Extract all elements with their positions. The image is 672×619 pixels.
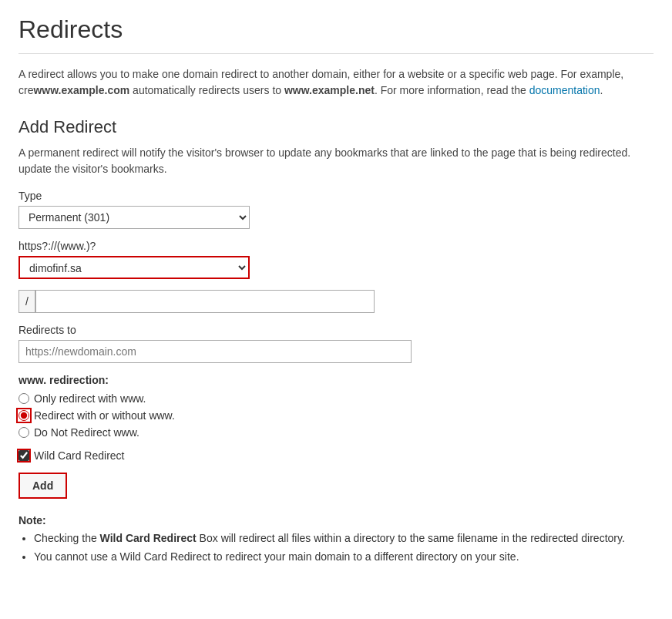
wildcard-checkbox[interactable] xyxy=(18,450,29,461)
page-description: A redirect allows you to make one domain… xyxy=(18,66,654,99)
note-item-2: You cannot use a Wild Card Redirect to r… xyxy=(34,548,654,565)
radio-only-www-label: Only redirect with www. xyxy=(34,392,146,405)
desc-text2: automatically redirects users to xyxy=(129,84,284,96)
www-section: www. redirection: Only redirect with www… xyxy=(18,374,654,439)
note-item-1: Checking the Wild Card Redirect Box will… xyxy=(34,530,654,547)
redirects-to-group: Redirects to xyxy=(18,324,654,363)
slash-separator: / xyxy=(18,290,35,313)
note-title: Note: xyxy=(18,514,654,526)
type-select[interactable]: Permanent (301) Temporary (302) xyxy=(18,206,250,229)
desc-text4: . xyxy=(600,84,603,96)
www-section-label: www. redirection: xyxy=(18,374,654,386)
radio-only-www-input[interactable] xyxy=(18,393,29,404)
path-input[interactable] xyxy=(35,290,375,313)
note-wildcard-bold: Wild Card Redirect xyxy=(100,532,197,544)
add-redirect-heading: Add Redirect xyxy=(18,117,654,137)
redirects-to-input[interactable] xyxy=(18,340,412,363)
wildcard-label: Wild Card Redirect xyxy=(34,449,124,462)
radio-do-not[interactable]: Do Not Redirect www. xyxy=(18,426,654,439)
note-section: Note: Checking the Wild Card Redirect Bo… xyxy=(18,514,654,566)
add-redirect-description: A permanent redirect will notify the vis… xyxy=(18,145,654,177)
desc-bold1: www.example.com xyxy=(33,84,129,96)
type-label: Type xyxy=(18,190,654,202)
radio-only-www[interactable]: Only redirect with www. xyxy=(18,392,654,405)
radio-do-not-input[interactable] xyxy=(18,427,29,438)
www-radio-group: Only redirect with www. Redirect with or… xyxy=(18,392,654,439)
https-label: https?://(www.)? xyxy=(18,240,654,252)
path-group: / xyxy=(18,290,654,313)
note-checking-text: Checking the xyxy=(34,532,100,544)
radio-do-not-label: Do Not Redirect www. xyxy=(34,426,139,439)
note-list: Checking the Wild Card Redirect Box will… xyxy=(34,530,654,566)
desc-text3: . For more information, read the xyxy=(375,84,529,96)
page-title: Redirects xyxy=(18,15,654,54)
https-group: https?://(www.)? dimofinf.sa example.com… xyxy=(18,240,654,279)
desc-bold2: www.example.net xyxy=(284,84,375,96)
note-item-1-rest: Box will redirect all files within a dir… xyxy=(197,532,625,544)
radio-with-or-without-label: Redirect with or without www. xyxy=(34,409,175,422)
redirects-to-label: Redirects to xyxy=(18,324,654,336)
wildcard-group: Wild Card Redirect xyxy=(18,449,654,462)
add-button[interactable]: Add xyxy=(18,473,67,499)
type-group: Type Permanent (301) Temporary (302) xyxy=(18,190,654,229)
radio-with-or-without[interactable]: Redirect with or without www. xyxy=(18,409,654,422)
radio-with-or-without-input[interactable] xyxy=(18,410,29,421)
documentation-link[interactable]: documentation xyxy=(529,84,600,96)
https-domain-select[interactable]: dimofinf.sa example.com other.com xyxy=(18,256,250,279)
